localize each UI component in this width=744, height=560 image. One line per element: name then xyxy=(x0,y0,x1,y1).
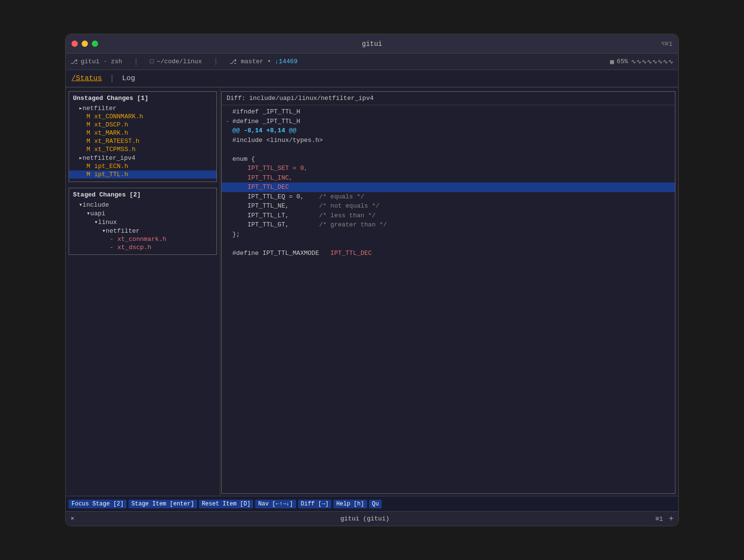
diff-line-selected: IPT_TTL_DEC xyxy=(222,182,675,192)
include-folder[interactable]: ▾include xyxy=(69,200,216,209)
diff-line-hunk: @@ -8,14 +8,14 @@ xyxy=(222,126,675,136)
list-item[interactable]: - xt_connmark.h xyxy=(69,235,216,243)
window: gitui ⌥⌘1 ⎇ gitui · zsh | □ ~/code/linux… xyxy=(65,34,679,526)
list-item[interactable]: M xt_CONNMARK.h xyxy=(69,112,216,121)
status-bar: Focus Stage [2] Stage Item [enter] Reset… xyxy=(66,496,678,511)
filename-label: xt_TCPMSS.h xyxy=(94,146,136,153)
netfilter-folder[interactable]: ▸netfilter xyxy=(69,104,216,112)
tab-path: □ ~/code/linux xyxy=(150,58,201,65)
line-content: #define _IPT_TTL_H xyxy=(232,117,300,126)
badge-quit[interactable]: Qu xyxy=(369,500,382,508)
line-prefix xyxy=(226,107,232,117)
diff-line: IPT_TTL_NE, /* not equals */ xyxy=(222,201,675,211)
line-prefix: - xyxy=(226,117,232,126)
list-item[interactable]: M xt_TCPMSS.h xyxy=(69,145,216,154)
unstaged-tree: ▸netfilter M xt_CONNMARK.h M xt_DSCP.h M… xyxy=(69,103,216,180)
line-prefix xyxy=(226,211,232,221)
status-deleted: - xyxy=(110,244,117,251)
list-item-selected[interactable]: M ipt_TTL.h xyxy=(69,170,216,179)
diff-line xyxy=(222,145,675,154)
traffic-lights xyxy=(72,41,98,47)
filename-label: xt_dscp.h xyxy=(117,244,151,251)
uapi-folder[interactable]: ▾uapi xyxy=(69,209,216,218)
diff-content[interactable]: #ifndef _IPT_TTL_H - #define _IPT_TTL_H … xyxy=(221,105,675,494)
tab-path-label: ~/code/linux xyxy=(157,58,202,65)
badge-stage-item[interactable]: Stage Item [enter] xyxy=(129,500,197,508)
filename-label: xt_DSCP.h xyxy=(94,121,128,128)
close-tab-button[interactable]: × xyxy=(71,515,74,522)
badge-reset-item[interactable]: Reset Item [D] xyxy=(199,500,254,508)
list-item[interactable]: M xt_DSCP.h xyxy=(69,121,216,129)
status-modified: M xyxy=(86,129,94,137)
tab-divider-1: | xyxy=(134,57,139,66)
diff-line: - #define _IPT_TTL_H xyxy=(222,117,675,126)
nav-tabs: /Status | Log xyxy=(66,70,678,87)
filename-label: xt_CONNMARK.h xyxy=(94,113,143,120)
window-shortcut: ⌥⌘1 xyxy=(661,40,672,48)
tab-status[interactable]: /Status xyxy=(72,72,102,84)
list-item[interactable]: M xt_RATEEST.h xyxy=(69,137,216,145)
window-title: gitui xyxy=(362,40,382,48)
add-tab-button[interactable]: + xyxy=(669,515,673,523)
linux-folder-label: ▾linux xyxy=(94,218,117,226)
tab-git[interactable]: ⎇ gitui · zsh xyxy=(71,58,122,66)
filename-label: xt_connmark.h xyxy=(117,236,166,243)
staged-header: Staged Changes [2] xyxy=(69,190,216,199)
badge-diff[interactable]: Diff [→] xyxy=(298,500,332,508)
list-item[interactable]: - xt_dscp.h xyxy=(69,243,216,252)
line-prefix xyxy=(226,145,232,154)
close-button[interactable] xyxy=(72,41,78,47)
diff-line: #ifndef _IPT_TTL_H xyxy=(222,107,675,117)
diff-line: IPT_TTL_GT, /* greater than */ xyxy=(222,220,675,230)
line-prefix xyxy=(226,239,232,249)
diff-line: IPT_TTL_LT, /* less than */ xyxy=(222,211,675,221)
tab-log[interactable]: Log xyxy=(122,72,135,84)
line-content: #define IPT_TTL_MAXMODE IPT_TTL_DEC xyxy=(232,249,372,258)
line-content: IPT_TTL_DEC xyxy=(232,182,289,192)
commit-count: ↓14469 xyxy=(275,58,298,65)
netfilter-ipv4-folder[interactable]: ▸netfilter_ipv4 xyxy=(69,154,216,162)
status-modified: M xyxy=(86,113,94,120)
tab-branch: ⎇ master • ↓14469 xyxy=(229,58,297,66)
title-bar: gitui ⌥⌘1 xyxy=(66,34,678,54)
bottom-tab-title: gitui (gitui) xyxy=(80,515,650,522)
left-panel: Unstaged Changes [1] ▸netfilter M xt_CON… xyxy=(66,87,220,496)
diff-header: Diff: include/uapi/linux/netfilter_ipv4 xyxy=(221,91,675,105)
line-prefix xyxy=(226,164,232,173)
badge-focus-stage[interactable]: Focus Stage [2] xyxy=(69,500,127,508)
line-prefix xyxy=(226,249,232,258)
staged-section: Staged Changes [2] ▾include ▾uapi ▾linux… xyxy=(69,188,217,255)
unstaged-section: Unstaged Changes [1] ▸netfilter M xt_CON… xyxy=(69,91,217,182)
line-content: IPT_TTL_NE, /* not equals */ xyxy=(232,201,379,211)
status-modified: M xyxy=(86,121,94,128)
include-folder-label: ▾include xyxy=(79,201,109,209)
filename-label: ipt_TTL.h xyxy=(94,171,128,178)
filename-label: xt_RATEEST.h xyxy=(94,138,140,145)
branch-dot: • xyxy=(267,58,271,65)
line-prefix xyxy=(226,192,232,202)
list-item[interactable]: M xt_MARK.h xyxy=(69,129,216,137)
list-item[interactable]: M ipt_ECN.h xyxy=(69,162,216,170)
diff-line xyxy=(222,239,675,249)
minimize-button[interactable] xyxy=(82,41,88,47)
progress-value: 65% xyxy=(617,58,628,65)
tab-bar: ⎇ gitui · zsh | □ ~/code/linux | ⎇ maste… xyxy=(66,54,678,70)
badge-nav[interactable]: Nav [←↑→↓] xyxy=(255,500,296,508)
staged-netfilter-folder[interactable]: ▾netfilter xyxy=(69,226,216,235)
progress-wave: ∿∿∿∿∿∿∿∿ xyxy=(631,58,673,66)
badge-help[interactable]: Help [h] xyxy=(333,500,367,508)
linux-folder[interactable]: ▾linux xyxy=(69,218,216,226)
status-modified: M xyxy=(86,146,94,153)
filename-label: ipt_ECN.h xyxy=(94,163,128,170)
staged-netfilter-label: ▾netfilter xyxy=(102,227,140,235)
maximize-button[interactable] xyxy=(92,41,98,47)
diff-line: #include <linux/types.h> xyxy=(222,136,675,145)
line-prefix xyxy=(226,136,232,145)
line-prefix xyxy=(226,201,232,211)
bottom-tab-shortcut: ⌘1 xyxy=(656,515,663,523)
line-content: #ifndef _IPT_TTL_H xyxy=(232,107,300,117)
diff-line: enum { xyxy=(222,154,675,164)
line-content xyxy=(232,145,236,154)
line-prefix xyxy=(226,230,232,239)
tab-progress: ▦ 65% ∿∿∿∿∿∿∿∿ xyxy=(610,58,673,66)
